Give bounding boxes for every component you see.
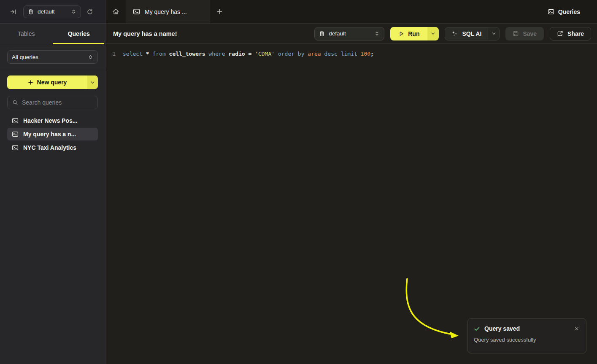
run-database-selector[interactable]: default [314, 27, 384, 40]
save-button[interactable]: Save [505, 27, 544, 40]
sidebar-tabs: Tables Queries [0, 24, 105, 44]
chevron-down-icon [90, 80, 95, 85]
terminal-icon [12, 117, 19, 124]
top-bar-right: My query has ... Queries [105, 0, 597, 24]
run-database-value: default [329, 30, 370, 37]
refresh-button[interactable] [86, 8, 93, 15]
terminal-icon [133, 8, 140, 15]
check-icon [474, 326, 480, 332]
chevron-down-icon [431, 31, 435, 36]
plus-icon [28, 80, 33, 85]
search-queries-box [7, 96, 98, 109]
save-icon [513, 30, 519, 37]
query-list-item[interactable]: NYC Taxi Analytics [7, 141, 98, 154]
top-bar: default [0, 0, 597, 24]
database-icon [319, 31, 325, 37]
sidebar-tab-queries[interactable]: Queries [53, 24, 105, 44]
toast-title: Query saved [484, 325, 569, 332]
line-number: 1 [105, 51, 116, 57]
run-caret-button[interactable] [427, 27, 439, 40]
toast-header: Query saved [474, 325, 580, 332]
query-tab[interactable]: My query has ... [126, 0, 210, 23]
sql-ai-caret-button[interactable] [488, 27, 499, 40]
query-list: Hacker News Pos... My query has a n... N… [7, 114, 98, 154]
chevron-down-icon [492, 31, 496, 36]
share-button[interactable]: Share [550, 27, 591, 40]
close-icon [574, 326, 579, 331]
query-tab-label: My query has ... [145, 8, 187, 15]
query-title: My query has a name! [113, 30, 177, 37]
run-split-button: Run [390, 27, 439, 40]
sparkles-icon [451, 30, 458, 37]
run-label: Run [408, 30, 419, 37]
sidebar-tab-tables[interactable]: Tables [0, 24, 53, 44]
share-icon [557, 30, 563, 37]
sidebar: Tables Queries All queries [0, 24, 105, 364]
query-list-item-label: My query has a n... [23, 131, 76, 138]
run-button[interactable]: Run [390, 27, 427, 40]
new-query-button[interactable]: New query [7, 75, 87, 89]
toast-close-button[interactable] [573, 326, 580, 331]
sql-editor[interactable]: 1 select * from cell_towers where radio … [105, 44, 597, 58]
main-panel: My query has a name! default [105, 24, 597, 364]
toast-message: Query saved successfully [474, 337, 580, 343]
top-bar-left: default [0, 0, 105, 24]
play-icon [398, 31, 404, 37]
query-filter-value: All queries [12, 54, 84, 60]
terminal-icon [548, 8, 554, 15]
search-icon [12, 100, 18, 105]
search-queries-input[interactable] [22, 99, 93, 106]
query-list-item-label: NYC Taxi Analytics [23, 144, 76, 151]
new-query-label: New query [37, 79, 67, 86]
sql-ai-button[interactable]: SQL AI [445, 27, 488, 40]
plus-icon [216, 8, 223, 15]
queries-menu-button[interactable]: Queries [548, 0, 580, 23]
database-icon [28, 9, 34, 15]
home-icon [112, 8, 119, 15]
sidebar-body: All queries New query [0, 44, 105, 154]
query-list-item-label: Hacker News Pos... [23, 117, 77, 124]
query-filter-select[interactable]: All queries [7, 50, 98, 64]
code-line-content: select * from cell_towers where radio = … [123, 51, 374, 57]
save-label: Save [523, 30, 537, 37]
query-list-item[interactable]: Hacker News Pos... [7, 114, 98, 127]
query-toolbar: My query has a name! default [105, 24, 597, 44]
chevron-updown-icon [71, 9, 76, 14]
query-list-item[interactable]: My query has a n... [7, 128, 98, 140]
database-selector-value: default [38, 8, 67, 15]
new-query-caret-button[interactable] [87, 75, 98, 89]
terminal-icon [12, 131, 19, 138]
sql-ai-split-button: SQL AI [445, 27, 500, 40]
code-line: 1 select * from cell_towers where radio … [105, 49, 597, 58]
sql-ai-label: SQL AI [462, 30, 481, 37]
text-cursor [374, 51, 375, 57]
sidebar-divider [0, 69, 105, 69]
terminal-icon [12, 144, 19, 151]
toast-notification: Query saved Query saved successfully [467, 318, 586, 353]
database-selector[interactable]: default [23, 5, 81, 18]
refresh-icon [86, 8, 93, 15]
chevron-updown-icon [374, 31, 380, 36]
share-label: Share [567, 30, 584, 37]
new-tab-button[interactable] [210, 0, 229, 23]
collapse-sidebar-icon [10, 8, 17, 15]
queries-menu-label: Queries [558, 8, 580, 15]
collapse-sidebar-button[interactable] [10, 8, 17, 15]
sql-console-app: default [0, 0, 597, 364]
home-button[interactable] [105, 0, 126, 23]
chevron-updown-icon [88, 54, 93, 60]
new-query-split-button: New query [7, 75, 98, 89]
